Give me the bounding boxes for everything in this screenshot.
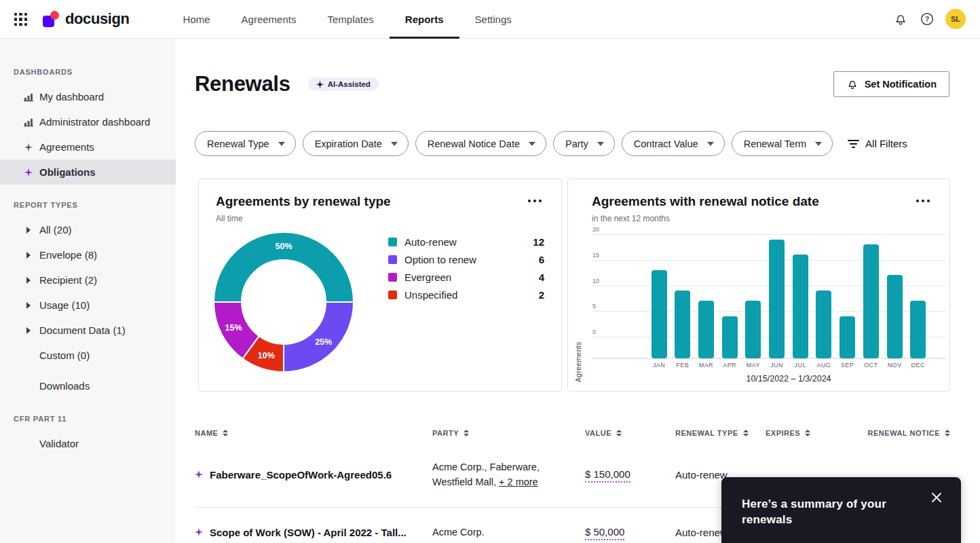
filter-pill-party[interactable]: Party bbox=[553, 131, 615, 156]
sort-icon[interactable] bbox=[945, 430, 950, 436]
sort-icon[interactable] bbox=[743, 430, 749, 436]
expand-caret-icon bbox=[22, 227, 35, 233]
nav-item-reports[interactable]: Reports bbox=[390, 0, 459, 38]
sort-icon[interactable] bbox=[616, 430, 622, 436]
column-header-label: PARTY bbox=[432, 429, 459, 437]
set-notification-button[interactable]: Set Notification bbox=[833, 71, 949, 97]
primary-nav: HomeAgreementsTemplatesReportsSettings bbox=[168, 0, 527, 38]
bar-apr bbox=[722, 316, 738, 358]
legend-swatch bbox=[388, 238, 397, 246]
app-grid-icon[interactable] bbox=[14, 13, 27, 26]
filter-pill-label: Renewal Notice Date bbox=[428, 138, 520, 149]
column-header-renewal-type[interactable]: RENEWAL TYPE bbox=[675, 429, 766, 437]
column-header-label: NAME bbox=[195, 429, 218, 437]
sort-icon[interactable] bbox=[464, 430, 469, 436]
sort-icon[interactable] bbox=[805, 430, 810, 436]
gridline-20: 20 bbox=[592, 234, 946, 235]
sidebar-item-downloads[interactable]: Downloads bbox=[0, 373, 176, 398]
filter-pill-renewal-type[interactable]: Renewal Type bbox=[195, 131, 296, 156]
bar-chart-title: Agreements with renewal notice date bbox=[592, 194, 932, 209]
filter-bar: Renewal TypeExpiration DateRenewal Notic… bbox=[195, 131, 907, 156]
sidebar-item-validator[interactable]: Validator bbox=[0, 431, 176, 456]
column-header-label: RENEWAL TYPE bbox=[675, 429, 738, 437]
sidebar-item-obligations[interactable]: Obligations bbox=[0, 160, 176, 185]
column-header-name[interactable]: NAME bbox=[195, 429, 432, 437]
avatar[interactable]: SL bbox=[945, 9, 966, 29]
nav-item-settings[interactable]: Settings bbox=[459, 0, 527, 38]
more-parties-link[interactable]: + 2 more bbox=[499, 476, 538, 487]
bar-jan bbox=[652, 270, 667, 358]
sidebar-item-label: My dashboard bbox=[39, 91, 104, 102]
sidebar-item-document-data-1[interactable]: Document Data (1) bbox=[0, 318, 176, 343]
filter-pill-expiration-date[interactable]: Expiration Date bbox=[303, 131, 409, 156]
cell-value: $ 50,000 bbox=[585, 526, 675, 538]
column-header-party[interactable]: PARTY bbox=[432, 429, 585, 437]
close-icon[interactable] bbox=[927, 488, 946, 507]
sidebar-item-agreements[interactable]: Agreements bbox=[0, 134, 176, 160]
nav-item-agreements[interactable]: Agreements bbox=[226, 0, 312, 38]
card-menu-icon[interactable] bbox=[913, 197, 932, 205]
notifications-bell-icon[interactable] bbox=[892, 11, 909, 27]
legend-item-option-to-renew: Option to renew6 bbox=[388, 250, 544, 268]
contract-value[interactable]: $ 150,000 bbox=[585, 468, 630, 483]
bar-chart-x-axis: JANFEBMARAPRMAYJUNJULAUGSEPOCTNOVDEC bbox=[592, 362, 946, 371]
x-tick-dec: DEC bbox=[905, 362, 932, 369]
bar-chart-icon bbox=[22, 117, 35, 128]
donut-slice-percent: 50% bbox=[275, 242, 292, 251]
nav-item-home[interactable]: Home bbox=[168, 0, 226, 38]
bar-chart-plot: 20151050 bbox=[592, 234, 946, 358]
sidebar-item-label: Agreements bbox=[39, 141, 94, 153]
sidebar-item-envelope-8[interactable]: Envelope (8) bbox=[0, 242, 176, 267]
topbar-actions: ? SL bbox=[892, 0, 966, 38]
filter-icon bbox=[848, 140, 859, 148]
bar-nov bbox=[887, 275, 903, 358]
legend-swatch bbox=[388, 291, 397, 299]
legend-label: Option to renew bbox=[404, 254, 539, 265]
column-header-expires[interactable]: EXPIRES bbox=[766, 429, 856, 437]
sort-icon[interactable] bbox=[223, 430, 228, 436]
app-window: docusign HomeAgreementsTemplatesReportsS… bbox=[0, 0, 980, 543]
column-header-value[interactable]: VALUE bbox=[585, 429, 675, 437]
sidebar-section-cfr-part-11: CFR PART 11Validator bbox=[0, 415, 176, 456]
y-tick-label: 10 bbox=[592, 278, 599, 284]
legend-item-unspecified: Unspecified2 bbox=[388, 286, 544, 303]
all-filters-button[interactable]: All Filters bbox=[848, 138, 907, 149]
bar-chart-y-axis-label: Agreements bbox=[574, 341, 582, 382]
legend-value: 6 bbox=[539, 254, 544, 265]
legend-swatch bbox=[388, 255, 397, 264]
sidebar-item-all-20[interactable]: All (20) bbox=[0, 217, 176, 242]
sidebar-heading-report-types: REPORT TYPES bbox=[0, 201, 176, 209]
card-menu-icon[interactable] bbox=[525, 197, 544, 205]
help-icon[interactable]: ? bbox=[919, 11, 935, 27]
bar-jun bbox=[769, 240, 785, 358]
y-tick-label: 15 bbox=[592, 252, 599, 259]
top-bar: docusign HomeAgreementsTemplatesReportsS… bbox=[0, 0, 980, 39]
column-header-renewal-notice[interactable]: RENEWAL NOTICE bbox=[856, 429, 950, 437]
bar-mar bbox=[698, 301, 714, 358]
agreement-name-link[interactable]: Faberware_ScopeOfWork-Agreed05.6 bbox=[210, 469, 392, 481]
nav-item-templates[interactable]: Templates bbox=[312, 0, 389, 38]
agreement-name-link[interactable]: Scope of Work (SOW) - April 2022 - Tall.… bbox=[210, 527, 407, 538]
donut-slice-percent: 25% bbox=[315, 337, 332, 347]
sidebar-item-custom-0[interactable]: Custom (0) bbox=[0, 343, 176, 368]
sidebar-item-my-dashboard[interactable]: My dashboard bbox=[0, 84, 176, 109]
bar-chart-icon bbox=[22, 92, 35, 102]
filter-pill-contract-value[interactable]: Contract Value bbox=[622, 131, 725, 156]
main-content: Renewals AI-Assisted Set Notification Re… bbox=[176, 39, 980, 543]
donut-slice-percent: 10% bbox=[258, 351, 275, 360]
sidebar-item-administrator-dashboard[interactable]: Administrator dashboard bbox=[0, 109, 176, 134]
filter-pill-renewal-term[interactable]: Renewal Term bbox=[732, 131, 833, 156]
legend-item-auto-renew: Auto-renew12 bbox=[388, 233, 544, 250]
bar-oct bbox=[863, 244, 879, 358]
sidebar-item-recipient-2[interactable]: Recipient (2) bbox=[0, 267, 176, 293]
legend-value: 2 bbox=[539, 289, 544, 301]
docusign-logo[interactable]: docusign bbox=[43, 0, 130, 38]
bar-jul bbox=[793, 255, 808, 358]
brand-name: docusign bbox=[65, 10, 130, 28]
sidebar-item-usage-10[interactable]: Usage (10) bbox=[0, 293, 176, 318]
donut-legend: Auto-renew12Option to renew6Evergreen4Un… bbox=[388, 233, 544, 374]
contract-value[interactable]: $ 50,000 bbox=[585, 526, 624, 540]
filter-pill-renewal-notice-date[interactable]: Renewal Notice Date bbox=[415, 131, 546, 156]
cell-value: $ 150,000 bbox=[585, 468, 675, 481]
filter-pill-label: Renewal Term bbox=[744, 138, 806, 149]
